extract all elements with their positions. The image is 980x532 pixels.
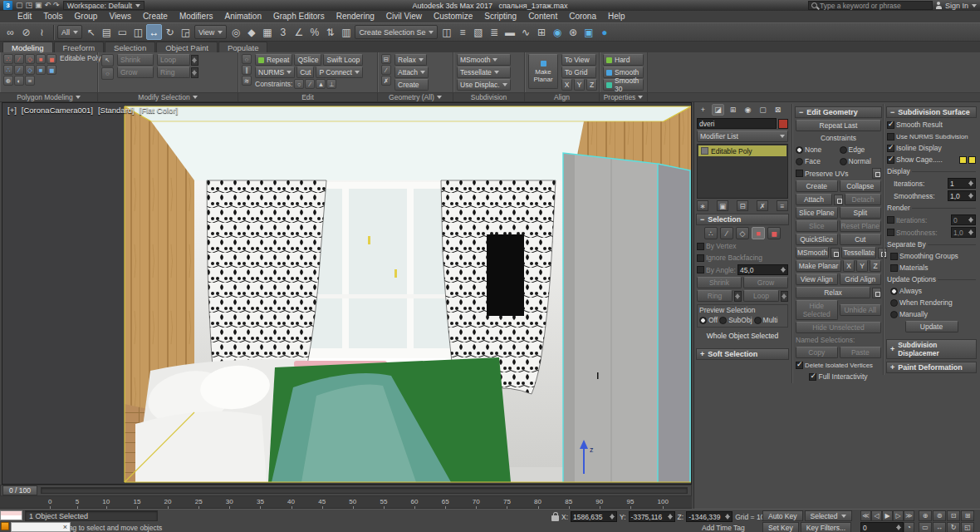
- use-displace-button[interactable]: Use Displac.: [457, 79, 511, 91]
- named-selection-sets-dropdown[interactable]: Create Selection Se: [355, 25, 438, 39]
- preview-element-icon[interactable]: ◼: [47, 65, 56, 75]
- material-editor-icon[interactable]: ◉: [549, 24, 565, 40]
- timeline-ruler[interactable]: 0510152025303540455055606570758085909510…: [0, 496, 692, 509]
- grow-ribbon-button[interactable]: Grow: [117, 66, 154, 78]
- hide-selected-button[interactable]: Hide Selected: [796, 300, 838, 320]
- ceiling[interactable]: [125, 106, 691, 121]
- by-angle-value[interactable]: 45,0: [737, 264, 788, 275]
- redo-icon[interactable]: ↷: [53, 1, 60, 10]
- pan-icon[interactable]: ↔: [933, 522, 946, 532]
- preview-vertex-icon[interactable]: ∴: [3, 65, 13, 75]
- ribbon-tab[interactable]: Selection: [105, 42, 155, 52]
- time-slider-handle[interactable]: 0 / 100: [2, 485, 37, 495]
- edit-named-sets-icon[interactable]: ▥: [338, 24, 354, 40]
- make-unique-icon[interactable]: ⊟: [737, 200, 748, 211]
- sign-in-caret-icon[interactable]: [972, 4, 977, 7]
- vertex-mode-icon[interactable]: ∴: [3, 54, 13, 64]
- menu-item[interactable]: Graph Editors: [267, 11, 331, 22]
- preview-subobj-radio[interactable]: [719, 317, 727, 324]
- render-iterations-checkbox[interactable]: [887, 216, 894, 224]
- zoom-extents-icon[interactable]: ⊡: [947, 510, 960, 521]
- menu-item[interactable]: Create: [137, 11, 174, 22]
- tv[interactable]: [487, 234, 524, 316]
- add-time-tag[interactable]: Add Time Tag: [702, 524, 745, 532]
- ribbon-tab[interactable]: Modeling: [2, 42, 53, 52]
- select-object-icon[interactable]: ↖: [83, 24, 99, 40]
- render-production-icon[interactable]: ●: [596, 24, 612, 40]
- hard-button[interactable]: Hard: [603, 54, 644, 66]
- percent-snap-icon[interactable]: %: [306, 24, 322, 40]
- loop-ribbon-button[interactable]: Loop: [157, 54, 190, 66]
- by-angle-checkbox[interactable]: [697, 266, 704, 273]
- x-coordinate-field[interactable]: 1586,635: [571, 511, 617, 522]
- isoline-display-checkbox[interactable]: [887, 145, 894, 152]
- menu-item[interactable]: Scripting: [478, 11, 522, 22]
- geometry-title[interactable]: Geometry (All): [378, 93, 453, 101]
- scene-explorer-icon[interactable]: ▧: [470, 24, 486, 40]
- preview-off-radio[interactable]: [699, 317, 707, 324]
- preserve-uvs-checkbox[interactable]: [796, 170, 803, 177]
- mini-popup[interactable]: ×: [11, 522, 71, 532]
- menu-item[interactable]: Views: [103, 11, 137, 22]
- next-frame-icon[interactable]: ▷: [893, 510, 904, 521]
- save-file-icon[interactable]: ▣: [35, 1, 42, 10]
- undo-icon[interactable]: ↶: [45, 1, 51, 10]
- orbit-icon[interactable]: ↻: [947, 522, 960, 532]
- slice-plane-button[interactable]: Slice Plane: [796, 207, 838, 219]
- detach-button[interactable]: Detach: [845, 194, 881, 205]
- preview-polygon-icon[interactable]: ■: [36, 65, 46, 75]
- viewport-renderer-menu[interactable]: [Standard]: [98, 106, 135, 115]
- window-crossing-icon[interactable]: ◫: [130, 24, 146, 40]
- ring-button[interactable]: Ring: [697, 290, 733, 302]
- constrain-edge-icon[interactable]: ∕: [305, 79, 315, 89]
- menu-item[interactable]: Rendering: [331, 11, 380, 22]
- msmooth-settings[interactable]: [831, 248, 840, 259]
- zoom-extents-all-icon[interactable]: ⊞: [961, 510, 974, 521]
- update-manually-radio[interactable]: [890, 311, 898, 318]
- unhide-all-button[interactable]: Unhide All: [840, 304, 882, 316]
- planar-z-button[interactable]: Z: [870, 260, 881, 272]
- border-mode-icon[interactable]: ◇: [25, 54, 35, 64]
- align-z-button[interactable]: Z: [586, 79, 597, 91]
- polygon-icon[interactable]: ■: [752, 227, 765, 239]
- attach-ribbon-button[interactable]: Attach: [394, 66, 429, 78]
- select-and-move-icon[interactable]: ↔: [146, 24, 162, 40]
- modifier-sets-icon[interactable]: ≡: [25, 76, 35, 86]
- ribbon-toggle-icon[interactable]: ▬: [502, 24, 517, 40]
- smooth-30-button[interactable]: Smooth 30: [603, 79, 644, 91]
- wardrobe-side[interactable]: [658, 164, 691, 482]
- stack-item-editable-poly[interactable]: Editable Poly: [698, 145, 786, 156]
- constraint-edge-radio[interactable]: [840, 146, 847, 154]
- select-and-scale-icon[interactable]: ◲: [178, 24, 194, 40]
- upper-wall[interactable]: [151, 121, 584, 180]
- full-interactivity-checkbox[interactable]: [809, 373, 816, 381]
- key-filters-button[interactable]: Key Filters...: [801, 522, 851, 532]
- ribbon-tab[interactable]: Populate: [218, 42, 268, 52]
- viewport[interactable]: [+] [CoronaCamera001] [Standard] [Flat C…: [2, 102, 692, 485]
- object-color-swatch[interactable]: [778, 119, 788, 129]
- show-end-result-icon[interactable]: ▣: [717, 200, 728, 211]
- unlink-selection-icon[interactable]: ⊘: [18, 24, 34, 40]
- viewport-shading-menu[interactable]: [Flat Color]: [140, 106, 178, 115]
- display-tab-icon[interactable]: ▢: [757, 104, 769, 116]
- menu-item[interactable]: Modifiers: [174, 11, 219, 22]
- vertex-icon[interactable]: ∴: [704, 227, 718, 239]
- selection-set-dropdown[interactable]: Selected: [805, 510, 852, 521]
- quickslice-geo-icon[interactable]: ∕: [381, 65, 391, 75]
- render-iterations-field[interactable]: 0: [951, 214, 976, 225]
- menu-item[interactable]: Edit: [12, 11, 37, 22]
- preserve-uvs-settings[interactable]: [872, 168, 881, 179]
- render-setup-icon[interactable]: ⊛: [565, 24, 581, 40]
- zoom-region-icon[interactable]: ▭: [919, 522, 932, 532]
- preview-border-icon[interactable]: ◇: [25, 65, 35, 75]
- collapse-button[interactable]: Collapse: [840, 180, 882, 192]
- grid-align-button[interactable]: Grid Align: [840, 273, 882, 285]
- preserve-uvs-icon[interactable]: ◌: [242, 54, 252, 64]
- relax-settings[interactable]: [872, 288, 881, 298]
- wardrobe-front[interactable]: [563, 153, 658, 482]
- display-smoothness-field[interactable]: 1,0: [948, 190, 976, 201]
- by-vertex-checkbox[interactable]: [697, 243, 704, 250]
- planar-y-button[interactable]: Y: [856, 260, 868, 272]
- qslice-button[interactable]: QSlice: [294, 54, 321, 66]
- previous-frame-icon[interactable]: ◁: [871, 510, 882, 521]
